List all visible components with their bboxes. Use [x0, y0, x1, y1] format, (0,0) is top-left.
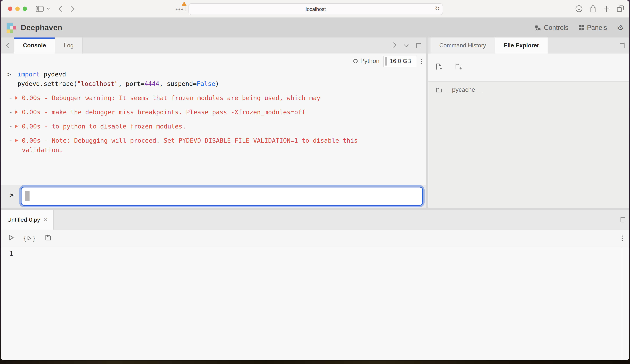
entry-text: 0.00s - Debugger warning: It seems that … [22, 93, 320, 103]
maximize-panel-icon[interactable] [416, 43, 421, 48]
entry-text: 0.00s - make the debugger miss breakpoin… [22, 107, 306, 117]
command-prompt: > [7, 69, 15, 88]
panels-icon [578, 25, 584, 30]
entry-dash-icon: - [9, 107, 14, 117]
tab-file-explorer[interactable]: File Explorer [495, 37, 548, 53]
session-language[interactable]: Python [360, 57, 380, 65]
tab-untitled-0[interactable]: Untitled-0.py × [1, 210, 54, 230]
file-explorer-toolbar [428, 53, 629, 82]
entry-text: 0.00s - Note: Debugging will proceed. Se… [22, 136, 392, 155]
editor-overflow-menu-icon[interactable] [622, 235, 623, 241]
tabs-scroll-left-icon[interactable] [1, 37, 14, 53]
file-list: __pycache__ [428, 82, 629, 208]
maximize-panel-icon[interactable] [620, 217, 625, 222]
memory-total: 16.0 GB [390, 58, 411, 64]
log-entry: -0.00s - to python to disable frozen mod… [1, 122, 426, 131]
session-status-icon [353, 59, 358, 63]
memory-usage-meter [385, 57, 387, 65]
controls-button[interactable]: Controls [535, 24, 568, 31]
browser-window: ●●● localhost ↻ [1, 0, 629, 360]
app-header: Deephaven Controls [1, 18, 629, 37]
entry-text: 0.00s - to python to disable frozen modu… [22, 122, 186, 131]
close-tab-icon[interactable]: × [44, 216, 48, 223]
entry-disclosure-icon[interactable] [15, 139, 18, 142]
log-entry: -0.00s - Note: Debugging will proceed. S… [1, 136, 426, 155]
tab-overview-icon[interactable] [616, 5, 624, 12]
close-window-button[interactable] [8, 6, 12, 11]
console-history: > import pydevdpydevd.settrace("localhos… [1, 69, 426, 185]
run-selection-icon[interactable]: { } [23, 235, 36, 242]
tab-untitled-0-label: Untitled-0.py [7, 216, 40, 223]
new-folder-icon[interactable] [455, 63, 462, 71]
entry-dash-icon: - [9, 136, 14, 145]
sidebar-toggle-icon[interactable] [36, 6, 44, 12]
panels-button[interactable]: Panels [578, 24, 607, 31]
downloads-icon[interactable] [575, 5, 582, 12]
file-explorer-panel: Command History File Explorer [428, 37, 629, 208]
forward-button[interactable] [71, 6, 75, 12]
entry-disclosure-icon[interactable] [15, 125, 18, 128]
controls-icon [535, 25, 541, 30]
log-entry: -0.00s - Debugger warning: It seems that… [1, 93, 426, 103]
console-panel: Console Log [1, 37, 426, 208]
entry-disclosure-icon[interactable] [15, 96, 18, 100]
entry-disclosure-icon[interactable] [15, 110, 18, 114]
save-icon[interactable] [45, 235, 51, 242]
tabs-scroll-right-icon[interactable] [393, 42, 396, 49]
tab-log-label: Log [64, 42, 74, 49]
deephaven-logo [6, 23, 16, 32]
text-cursor [25, 191, 30, 201]
console-command-code: import pydevdpydevd.settrace("localhost"… [18, 69, 219, 88]
controls-label: Controls [544, 24, 568, 31]
zoom-window-button[interactable] [22, 6, 27, 11]
address-bar-url: localhost [306, 6, 326, 12]
security-warning-icon[interactable] [182, 1, 187, 6]
code-editor[interactable]: 1 [1, 247, 629, 360]
tab-command-history-label: Command History [439, 42, 486, 49]
editor-tabstrip: Untitled-0.py × [1, 210, 629, 230]
settings-gear-icon[interactable]: ⚙ [617, 24, 624, 31]
log-entry: -0.00s - make the debugger miss breakpoi… [1, 107, 426, 117]
line-number: 1 [1, 249, 13, 258]
reload-icon[interactable]: ↻ [435, 5, 440, 12]
maximize-panel-icon[interactable] [620, 43, 624, 48]
tab-file-explorer-label: File Explorer [504, 42, 539, 49]
folder-icon [436, 88, 442, 92]
console-input-row: > [1, 185, 426, 208]
address-bar[interactable]: localhost ↻ [188, 3, 443, 15]
app-title: Deephaven [21, 23, 62, 32]
page-settings-caret [186, 6, 186, 11]
tabs-dropdown-icon[interactable] [404, 42, 409, 49]
tab-console-label: Console [23, 42, 46, 49]
console-overflow-menu-icon[interactable] [421, 58, 422, 64]
window-controls [8, 6, 27, 11]
console-log-entries: -0.00s - Debugger warning: It seems that… [1, 93, 426, 155]
minimize-window-button[interactable] [15, 6, 20, 11]
console-command: > import pydevdpydevd.settrace("localhos… [1, 69, 426, 88]
console-input-prompt: > [10, 191, 14, 199]
memory-widget[interactable]: 16.0 GB [383, 55, 416, 67]
new-file-icon[interactable] [436, 63, 442, 71]
workspace: Console Log [1, 37, 629, 208]
tab-log[interactable]: Log [55, 37, 82, 53]
tab-console[interactable]: Console [14, 37, 55, 53]
editor-toolbar: { } [1, 230, 629, 247]
new-tab-icon[interactable] [604, 6, 610, 12]
run-icon[interactable] [9, 235, 14, 242]
panel-splitter-horizontal[interactable] [1, 208, 629, 210]
entry-dash-icon: - [9, 122, 14, 131]
console-body: Python 16.0 GB > import pydevdpydevd.set… [1, 53, 426, 208]
screen: ●●● localhost ↻ [0, 0, 630, 364]
file-row[interactable]: __pycache__ [428, 83, 629, 97]
console-input[interactable] [21, 187, 423, 206]
panel-splitter-vertical[interactable] [426, 37, 428, 208]
share-icon[interactable] [590, 5, 596, 13]
back-button[interactable] [59, 6, 62, 12]
tab-command-history[interactable]: Command History [430, 37, 495, 53]
right-tabstrip: Command History File Explorer [428, 37, 629, 53]
editor-scrollbar-edge [622, 247, 622, 360]
file-name: __pycache__ [445, 86, 482, 94]
entry-dash-icon: - [9, 93, 14, 103]
chevron-down-icon[interactable] [47, 8, 50, 10]
page-settings-icon[interactable]: ●●● [175, 7, 184, 11]
